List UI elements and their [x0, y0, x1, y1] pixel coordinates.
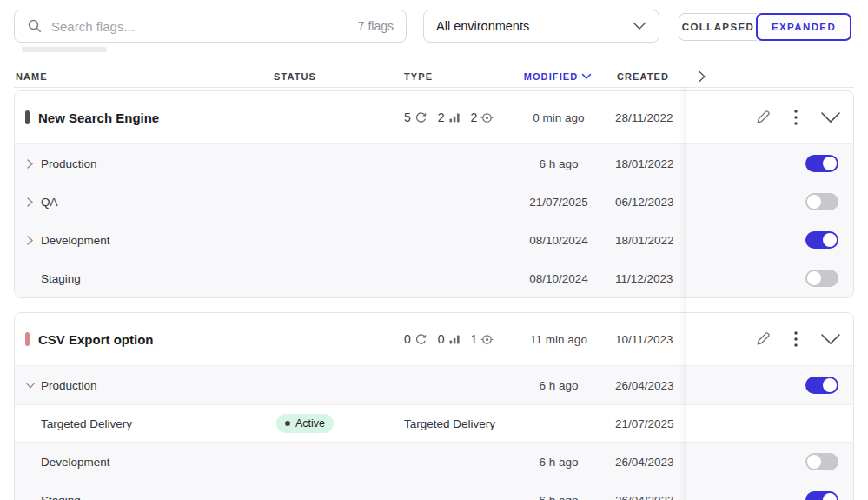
collapse-chevron-icon[interactable]	[820, 111, 841, 123]
env-modified: 08/10/2024	[519, 272, 599, 285]
search-input[interactable]: Search flags... 7 flags	[14, 10, 407, 43]
column-header-modified[interactable]: MODIFIED	[518, 71, 598, 82]
target-icon	[480, 111, 494, 124]
chevron-down-icon[interactable]	[25, 381, 36, 390]
flag-modified: 0 min ago	[519, 111, 599, 124]
column-header-created[interactable]: CREATED	[598, 71, 686, 82]
env-row-development[interactable]: Development 08/10/2024 18/01/2022	[15, 221, 853, 259]
target-count: 2	[471, 110, 478, 124]
status-dot-icon	[285, 421, 290, 426]
column-header-type[interactable]: TYPE	[403, 71, 518, 82]
env-created: 06/12/2023	[599, 196, 687, 209]
chevron-right-icon[interactable]	[25, 158, 36, 170]
flag-modified: 11 min ago	[519, 333, 599, 346]
strategy-created: 21/07/2025	[599, 417, 687, 430]
flag-name: New Search Engine	[38, 110, 159, 125]
strategy-name: Targeted Delivery	[41, 417, 132, 430]
env-row-staging[interactable]: Staging 6 h ago 26/04/2023	[15, 481, 853, 500]
env-created: 26/04/2023	[599, 494, 687, 500]
flag-indicator	[25, 110, 30, 124]
env-modified: 6 h ago	[519, 379, 599, 392]
env-toggle[interactable]	[805, 491, 838, 500]
flag-card-new-search-engine: New Search Engine 5 2 2	[14, 90, 854, 298]
env-created: 18/01/2022	[599, 234, 687, 247]
flag-indicator	[25, 332, 30, 346]
env-modified: 6 h ago	[519, 157, 599, 170]
horizontal-scroll-thumb	[22, 47, 107, 52]
kebab-menu-icon[interactable]	[794, 331, 798, 347]
env-toggle[interactable]	[805, 155, 838, 172]
env-created: 18/01/2022	[599, 157, 687, 170]
env-modified: 08/10/2024	[519, 234, 599, 247]
env-name: Production	[41, 157, 97, 170]
env-modified: 6 h ago	[519, 456, 599, 469]
edit-pencil-icon[interactable]	[754, 109, 772, 126]
expanded-button[interactable]: EXPANDED	[756, 13, 851, 41]
env-modified: 21/07/2025	[519, 196, 599, 209]
env-toggle[interactable]	[805, 193, 838, 210]
rotate-icon	[414, 333, 427, 346]
search-icon	[27, 18, 43, 34]
flag-name: CSV Export option	[38, 332, 154, 347]
column-header-status[interactable]: STATUS	[274, 71, 403, 82]
sort-chevron-down-icon	[581, 73, 592, 80]
flag-row[interactable]: CSV Export option 0 0 1	[15, 313, 853, 366]
env-toggle[interactable]	[805, 270, 838, 287]
target-icon	[480, 333, 494, 346]
env-row-production-expanded[interactable]: Production 6 h ago 26/04/2023	[15, 366, 853, 404]
env-toggle[interactable]	[805, 231, 838, 249]
bars-count: 0	[438, 332, 445, 346]
rotate-count: 5	[404, 110, 411, 124]
flags-count: 7 flags	[358, 19, 394, 33]
collapse-chevron-icon[interactable]	[820, 333, 841, 345]
flag-created: 28/11/2022	[599, 111, 687, 124]
env-name: QA	[41, 196, 58, 209]
bars-count: 2	[438, 110, 445, 124]
flag-row[interactable]: New Search Engine 5 2 2	[15, 91, 853, 144]
env-created: 11/12/2023	[599, 272, 687, 285]
env-name: Staging	[41, 272, 81, 285]
target-count: 1	[471, 332, 478, 346]
rotate-count: 0	[404, 332, 411, 346]
env-created: 26/04/2023	[599, 379, 687, 392]
collapsed-button[interactable]: COLLAPSED	[679, 13, 757, 41]
flags-table: NAME STATUS TYPE MODIFIED CREATED New Se…	[14, 65, 854, 500]
flag-card-csv-export-option: CSV Export option 0 0 1	[14, 312, 854, 500]
chevron-right-icon[interactable]	[25, 197, 36, 208]
bars-icon	[448, 333, 461, 345]
env-row-development[interactable]: Development 6 h ago 26/04/2023	[15, 443, 853, 481]
env-name: Development	[41, 456, 110, 469]
strategy-row-targeted-delivery[interactable]: Targeted Delivery Active Targeted Delive…	[15, 404, 853, 443]
env-modified: 6 h ago	[519, 494, 599, 500]
env-created: 26/04/2023	[599, 456, 687, 469]
rotate-icon	[414, 111, 427, 124]
env-row-qa[interactable]: QA 21/07/2025 06/12/2023	[15, 183, 853, 221]
strategy-type: Targeted Delivery	[404, 417, 495, 430]
env-name: Staging	[41, 494, 81, 500]
chevron-right-icon[interactable]	[25, 235, 36, 246]
search-placeholder: Search flags...	[51, 19, 349, 34]
env-toggle[interactable]	[805, 377, 838, 394]
flag-type-cell: 5 2 2	[404, 110, 519, 124]
flag-created: 10/11/2023	[599, 333, 687, 346]
view-toggle-group: COLLAPSED EXPANDED	[679, 13, 851, 41]
table-header-row: NAME STATUS TYPE MODIFIED CREATED	[14, 65, 854, 88]
env-row-production[interactable]: Production 6 h ago 18/01/2022	[15, 144, 853, 183]
bars-icon	[448, 111, 461, 123]
status-badge: Active	[276, 414, 334, 433]
flag-type-cell: 0 0 1	[404, 332, 519, 346]
more-columns-chevron-icon[interactable]	[686, 69, 854, 84]
kebab-menu-icon[interactable]	[794, 110, 798, 125]
edit-pencil-icon[interactable]	[754, 330, 772, 348]
chevron-down-icon	[633, 22, 646, 30]
env-toggle[interactable]	[805, 453, 838, 470]
environment-select[interactable]: All environments	[423, 10, 659, 43]
column-header-name[interactable]: NAME	[14, 71, 274, 82]
env-name: Development	[41, 234, 110, 247]
env-row-staging[interactable]: Staging 08/10/2024 11/12/2023	[15, 259, 853, 297]
environment-select-value: All environments	[436, 19, 529, 33]
env-name: Production	[41, 379, 97, 392]
